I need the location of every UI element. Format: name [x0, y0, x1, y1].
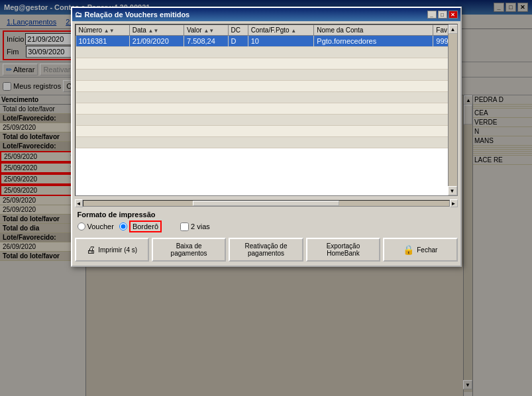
col-nome: Nome da Conta: [314, 25, 433, 36]
table-row[interactable]: [76, 81, 456, 92]
reativacao-pagamentos-label: Reativação depagamentos: [245, 242, 288, 257]
modal-window: 🗂 Relação de Vouchers emitidos _ □ ✕ Núm…: [71, 7, 462, 267]
table-row[interactable]: [76, 58, 456, 70]
table-row[interactable]: [76, 103, 456, 115]
exportacao-homebank-label: ExportaçãoHomeBank: [327, 242, 360, 257]
table-row[interactable]: [76, 47, 456, 58]
duas-vias-checkbox[interactable]: [180, 223, 189, 231]
modal-maximize-button[interactable]: □: [438, 11, 447, 19]
modal-h-scroll-thumb[interactable]: [193, 201, 339, 206]
modal-scroll-track: [449, 34, 457, 186]
cell-numero: 1016381: [76, 36, 129, 47]
exportacao-homebank-button[interactable]: ExportaçãoHomeBank: [306, 238, 380, 262]
lock-icon: 🔒: [403, 244, 414, 255]
table-row[interactable]: [76, 126, 456, 137]
modal-v-scrollbar[interactable]: ▲ ▼: [448, 25, 457, 195]
baixa-pagamentos-label: Baixa depagamentos: [171, 242, 207, 257]
modal-scroll-up[interactable]: ▲: [449, 25, 458, 34]
modal-table: Número ▲▼ Data ▲▼ Valor ▲▼ DC Conta/F.Pg…: [76, 25, 457, 148]
col-valor: Valor ▲▼: [184, 25, 229, 36]
print-icon: 🖨: [86, 244, 95, 255]
modal-minimize-button[interactable]: _: [427, 11, 437, 19]
modal-h-scroll-left[interactable]: ◄: [75, 199, 83, 207]
imprimir-footer-button[interactable]: 🖨 Imprimir (4 s): [75, 238, 149, 262]
table-row[interactable]: [76, 92, 456, 103]
voucher-label: Voucher: [87, 223, 114, 230]
table-row[interactable]: 1016381 21/09/2020 7.508,24 D 10 Pgto.fo…: [76, 36, 456, 47]
baixa-pagamentos-button[interactable]: Baixa depagamentos: [152, 238, 226, 262]
modal-close-button[interactable]: ✕: [449, 11, 458, 19]
radio-bordero: Borderô: [119, 221, 162, 232]
bordero-radio[interactable]: [119, 223, 127, 230]
radio-voucher: Voucher: [78, 223, 114, 230]
print-format-label: Formato de impressão: [78, 211, 455, 219]
cell-data: 21/09/2020: [129, 36, 184, 47]
modal-overlay: 🗂 Relação de Vouchers emitidos _ □ ✕ Núm…: [0, 0, 532, 396]
bordero-radio-label: Borderô: [133, 223, 158, 230]
reativacao-pagamentos-button[interactable]: Reativação depagamentos: [229, 238, 303, 262]
table-row[interactable]: [76, 137, 456, 148]
cell-dc: D: [228, 36, 248, 47]
modal-title-controls: _ □ ✕: [427, 11, 458, 19]
modal-h-scroll-right[interactable]: ►: [450, 199, 458, 207]
fechar-button[interactable]: 🔒 Fechar: [383, 238, 457, 262]
radio-group: Voucher Borderô 2 vias: [78, 221, 455, 232]
modal-h-scrollbar: ◄ ►: [75, 199, 458, 208]
bordero-radio-box: Borderô: [129, 221, 162, 232]
modal-title: Relação de Vouchers emitidos: [85, 11, 190, 19]
col-dc: DC: [228, 25, 248, 36]
modal-scroll-down[interactable]: ▼: [448, 186, 457, 195]
print-format-section: Formato de impressão Voucher Borderô 2 v…: [72, 208, 460, 235]
modal-title-bar: 🗂 Relação de Vouchers emitidos _ □ ✕: [72, 8, 460, 21]
voucher-radio[interactable]: [78, 223, 85, 230]
imprimir-footer-label: Imprimir (4 s): [98, 246, 137, 254]
cell-nome: Pgto.fornecedores: [314, 36, 433, 47]
col-data: Data ▲▼: [129, 25, 184, 36]
duas-vias-label: 2 vias: [191, 223, 210, 230]
modal-h-scroll-track: [83, 200, 450, 207]
table-row[interactable]: [76, 115, 456, 126]
cell-valor: 7.508,24: [184, 36, 229, 47]
duas-vias-option: 2 vias: [180, 223, 210, 231]
modal-table-container: Número ▲▼ Data ▲▼ Valor ▲▼ DC Conta/F.Pg…: [75, 24, 458, 196]
col-numero: Número ▲▼: [76, 25, 129, 36]
table-row[interactable]: [76, 70, 456, 81]
cell-conta: 10: [248, 36, 314, 47]
modal-footer: 🖨 Imprimir (4 s) Baixa depagamentos Reat…: [72, 235, 460, 266]
fechar-label: Fechar: [417, 246, 437, 254]
col-conta: Conta/F.Pgto ▲: [248, 25, 314, 36]
